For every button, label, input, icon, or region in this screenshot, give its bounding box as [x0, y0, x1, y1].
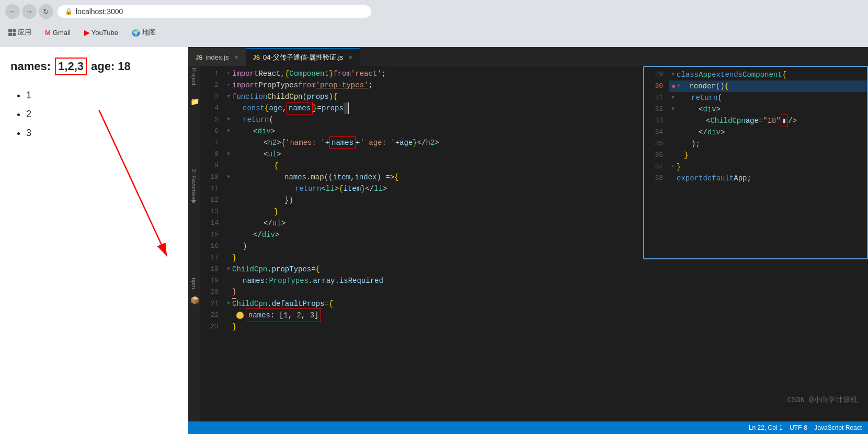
tab-js-icon-2: JS	[253, 54, 260, 61]
browser-chrome: ← → ↻ 🔒 localhost:3000 应用 M Gmail ▶ YouT…	[0, 0, 868, 47]
side-label-favorites: 2: Favorites	[191, 169, 197, 199]
secondary-panel: 29 30 31 32 33 34 35 36 37 38	[643, 66, 868, 259]
grid-icon	[8, 29, 16, 36]
youtube-icon: ▶	[84, 29, 89, 37]
fold-20	[227, 287, 232, 298]
fold-13	[227, 206, 232, 218]
fold-7	[227, 137, 232, 149]
editor-area: JS index.js ✕ JS 04-父传子通信-属性验证.js ✕ 1: P…	[188, 47, 868, 434]
url-text: localhost:3000	[76, 7, 123, 16]
preview-list: 1 2 3	[10, 86, 177, 142]
side-label-npm: npm	[191, 278, 197, 289]
code-line-18: ▼ ChildCpn.propTypes = {	[225, 264, 868, 275]
fold-14	[227, 218, 232, 229]
line-numbers: 12345 678910 1112131415 1617181920 21222…	[200, 66, 225, 421]
sidebar-icon-2[interactable]: ★	[190, 197, 197, 205]
maps-icon: 🌍	[132, 29, 140, 37]
fold-18: ▼	[227, 264, 232, 275]
sec-line-30: ● ▼ render() {	[669, 81, 867, 92]
sec-line-33: <ChildCpn age="18"▮/>	[669, 115, 867, 127]
fold-21: ▼	[227, 298, 232, 310]
list-item-1: 1	[26, 86, 177, 105]
side-panel: 1: Project 2: Favorites npm 📁 ★ 📦	[188, 66, 200, 421]
bookmark-apps-label: 应用	[18, 28, 31, 37]
bookmark-youtube[interactable]: ▶ YouTube	[81, 28, 121, 38]
sec-line-36: }	[669, 150, 867, 161]
nav-buttons: ← → ↻	[5, 4, 53, 19]
preview-names-value: 1,2,3	[55, 58, 87, 75]
fold-12	[227, 195, 232, 206]
sec-line-31: ▼ return (	[669, 92, 867, 104]
secondary-line-numbers: 29 30 31 32 33 34 35 36 37 38	[644, 67, 669, 258]
sec-line-38: export default App;	[669, 173, 867, 184]
tab-active-file[interactable]: JS 04-父传子通信-属性验证.js ✕	[246, 48, 360, 66]
fold-8: ▼	[227, 149, 232, 160]
editor-content: 1: Project 2: Favorites npm 📁 ★ 📦 1	[188, 66, 868, 421]
main-area: names: 1,2,3 age: 18 1 2 3 JS	[0, 47, 868, 434]
fold-15	[227, 229, 232, 241]
secondary-lines: 29 30 31 32 33 34 35 36 37 38	[644, 67, 867, 258]
fold-4	[227, 102, 232, 114]
reload-button[interactable]: ↻	[39, 4, 53, 19]
fold-23	[227, 321, 232, 333]
tab-close-icon[interactable]: ✕	[234, 54, 238, 60]
tab-index-js[interactable]: JS index.js ✕	[188, 48, 246, 66]
preview-names-prefix: names:	[10, 60, 51, 73]
bookmark-maps-label: 地图	[142, 28, 156, 37]
status-bar: Ln 22, Col 1 UTF-8 JavaScript React	[188, 421, 868, 434]
secondary-code-content: ▼ class App extends Component { ● ▼ rend…	[669, 67, 867, 258]
bookmarks-bar: 应用 M Gmail ▶ YouTube 🌍 地图	[0, 23, 868, 42]
browser-toolbar: ← → ↻ 🔒 localhost:3000	[0, 0, 868, 23]
gmail-icon: M	[45, 29, 51, 37]
preview-title: names: 1,2,3 age: 18	[10, 58, 177, 75]
preview-age: age: 18	[91, 60, 131, 73]
browser-preview: names: 1,2,3 age: 18 1 2 3	[0, 47, 188, 434]
address-bar[interactable]: 🔒 localhost:3000	[58, 5, 371, 18]
bookmark-gmail[interactable]: M Gmail	[42, 28, 74, 38]
code-editor: 12345 678910 1112131415 1617181920 21222…	[200, 66, 868, 421]
fold-1: ▾	[227, 68, 232, 79]
fold-22	[227, 310, 232, 321]
side-label-project: 1: Project	[191, 66, 197, 85]
fold-10: ▼	[227, 172, 232, 183]
list-item-3: 3	[26, 123, 177, 142]
tab-close-active-icon[interactable]: ✕	[348, 54, 352, 60]
fold-17	[227, 252, 232, 264]
code-line-23: }	[225, 321, 868, 333]
code-line-19: names: PropTypes.array.isRequired	[225, 275, 868, 287]
tab-js-icon: JS	[196, 54, 202, 61]
lock-icon: 🔒	[65, 8, 73, 15]
sec-line-32: ▼ <div>	[669, 104, 867, 115]
tab-bar: JS index.js ✕ JS 04-父传子通信-属性验证.js ✕	[188, 47, 868, 66]
sec-line-37: ▾ }	[669, 161, 867, 173]
fold-3: ▼	[227, 91, 232, 102]
watermark: CSDN @小白学计算机	[787, 394, 858, 406]
fold-11	[227, 183, 232, 195]
tab-index-label: index.js	[205, 53, 229, 61]
fold-19	[227, 275, 232, 287]
code-line-21: ▼ ChildCpn.defaultProps = {	[225, 298, 868, 310]
forward-button[interactable]: →	[22, 4, 37, 19]
sec-line-29: ▼ class App extends Component {	[669, 69, 867, 81]
bookmark-youtube-label: YouTube	[92, 29, 118, 37]
back-button[interactable]: ←	[5, 4, 20, 19]
status-text: Ln 22, Col 1 UTF-8 JavaScript React	[749, 424, 862, 431]
fold-16	[227, 241, 232, 252]
list-item-2: 2	[26, 105, 177, 123]
fold-9	[227, 160, 232, 172]
sidebar-icon-1[interactable]: 📁	[190, 97, 199, 106]
bookmark-gmail-label: Gmail	[53, 29, 71, 37]
bookmark-apps[interactable]: 应用	[5, 27, 35, 38]
fold-6: ▼	[227, 125, 232, 137]
preview-content: names: 1,2,3 age: 18 1 2 3	[0, 47, 188, 153]
sec-line-34: </div>	[669, 127, 867, 138]
fold-2: ▾	[227, 79, 232, 91]
sidebar-icon-3[interactable]: 📦	[190, 296, 199, 304]
code-line-20: }	[225, 287, 868, 298]
code-line-22: names: [1, 2, 3]	[225, 310, 868, 321]
fold-5: ▼	[227, 114, 232, 125]
tab-active-label: 04-父传子通信-属性验证.js	[263, 53, 343, 62]
sec-line-35: );	[669, 138, 867, 150]
bookmark-maps[interactable]: 🌍 地图	[129, 27, 159, 38]
